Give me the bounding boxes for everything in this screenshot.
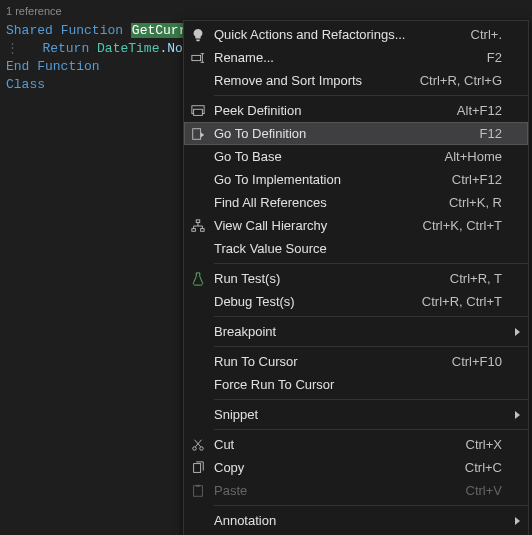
menu-item-label: Annotation: [212, 513, 522, 528]
menu-item-shortcut: Ctrl+R, T: [450, 271, 522, 286]
hierarchy-icon: [184, 214, 212, 237]
menu-item-label: Copy: [212, 460, 465, 475]
svg-rect-8: [192, 228, 196, 231]
menu-item-cut[interactable]: CutCtrl+X: [184, 433, 528, 456]
blank-icon: [184, 403, 212, 426]
svg-rect-0: [192, 55, 201, 60]
blank-icon: [184, 373, 212, 396]
blank-icon: [184, 69, 212, 92]
menu-item-shortcut: Ctrl+K, Ctrl+T: [423, 218, 522, 233]
menu-item-view-call-hierarchy[interactable]: View Call HierarchyCtrl+K, Ctrl+T: [184, 214, 528, 237]
menu-item-peek-definition[interactable]: Peek DefinitionAlt+F12: [184, 99, 528, 122]
cut-icon: [184, 433, 212, 456]
menu-separator: [214, 399, 528, 400]
menu-item-track-value-source[interactable]: Track Value Source: [184, 237, 528, 260]
menu-item-label: Run To Cursor: [212, 354, 452, 369]
svg-point-11: [200, 446, 204, 450]
menu-item-shortcut: Ctrl+V: [466, 483, 522, 498]
blank-icon: [184, 290, 212, 313]
paste-icon: [184, 479, 212, 502]
menu-item-label: Run Test(s): [212, 271, 450, 286]
submenu-arrow-icon: [515, 328, 520, 336]
menu-item-label: Cut: [212, 437, 466, 452]
menu-item-shortcut: Ctrl+F10: [452, 354, 522, 369]
menu-item-debug-test-s[interactable]: Debug Test(s)Ctrl+R, Ctrl+T: [184, 290, 528, 313]
menu-item-shortcut: Ctrl+.: [471, 27, 522, 42]
menu-item-go-to-base[interactable]: Go To BaseAlt+Home: [184, 145, 528, 168]
menu-item-label: Snippet: [212, 407, 522, 422]
menu-item-shortcut: F12: [480, 126, 522, 141]
menu-separator: [214, 429, 528, 430]
menu-item-shortcut: F2: [487, 50, 522, 65]
menu-item-label: Go To Implementation: [212, 172, 452, 187]
menu-item-label: Find All References: [212, 195, 449, 210]
blank-icon: [184, 168, 212, 191]
svg-rect-9: [201, 228, 205, 231]
menu-item-paste: PasteCtrl+V: [184, 479, 528, 502]
flask-icon: [184, 267, 212, 290]
svg-rect-12: [194, 463, 201, 472]
menu-item-label: View Call Hierarchy: [212, 218, 423, 233]
svg-rect-5: [194, 109, 203, 115]
peek-icon: [184, 99, 212, 122]
menu-item-go-to-implementation[interactable]: Go To ImplementationCtrl+F12: [184, 168, 528, 191]
menu-item-shortcut: Ctrl+R, Ctrl+G: [420, 73, 522, 88]
menu-item-label: Paste: [212, 483, 466, 498]
svg-point-10: [193, 446, 197, 450]
svg-rect-6: [193, 128, 201, 139]
codelens-reference[interactable]: 1 reference: [0, 0, 532, 22]
svg-rect-14: [196, 484, 200, 486]
menu-item-label: Go To Definition: [212, 126, 480, 141]
menu-item-shortcut: Ctrl+K, R: [449, 195, 522, 210]
blank-icon: [184, 191, 212, 214]
menu-separator: [214, 316, 528, 317]
menu-separator: [214, 505, 528, 506]
menu-item-shortcut: Ctrl+C: [465, 460, 522, 475]
menu-item-copy[interactable]: CopyCtrl+C: [184, 456, 528, 479]
menu-item-go-to-definition[interactable]: Go To DefinitionF12: [184, 122, 528, 145]
submenu-arrow-icon: [515, 411, 520, 419]
bulb-icon: [184, 23, 212, 46]
menu-item-breakpoint[interactable]: Breakpoint: [184, 320, 528, 343]
menu-item-label: Peek Definition: [212, 103, 457, 118]
menu-item-annotation[interactable]: Annotation: [184, 509, 528, 532]
menu-item-shortcut: Ctrl+F12: [452, 172, 522, 187]
menu-item-run-to-cursor[interactable]: Run To CursorCtrl+F10: [184, 350, 528, 373]
svg-rect-7: [196, 219, 200, 222]
menu-item-label: Debug Test(s): [212, 294, 422, 309]
menu-item-force-run-to-cursor[interactable]: Force Run To Cursor: [184, 373, 528, 396]
rename-icon: [184, 46, 212, 69]
blank-icon: [184, 237, 212, 260]
blank-icon: [184, 320, 212, 343]
menu-item-label: Force Run To Cursor: [212, 377, 522, 392]
blank-icon: [184, 145, 212, 168]
menu-item-shortcut: Alt+F12: [457, 103, 522, 118]
menu-item-label: Rename...: [212, 50, 487, 65]
menu-item-find-all-references[interactable]: Find All ReferencesCtrl+K, R: [184, 191, 528, 214]
submenu-arrow-icon: [515, 517, 520, 525]
menu-item-label: Remove and Sort Imports: [212, 73, 420, 88]
menu-item-label: Track Value Source: [212, 241, 522, 256]
context-menu: Quick Actions and Refactorings...Ctrl+.R…: [183, 20, 529, 535]
menu-item-run-test-s[interactable]: Run Test(s)Ctrl+R, T: [184, 267, 528, 290]
blank-icon: [184, 350, 212, 373]
menu-item-shortcut: Ctrl+R, Ctrl+T: [422, 294, 522, 309]
menu-separator: [214, 95, 528, 96]
copy-icon: [184, 456, 212, 479]
menu-item-snippet[interactable]: Snippet: [184, 403, 528, 426]
menu-item-remove-and-sort-imports[interactable]: Remove and Sort ImportsCtrl+R, Ctrl+G: [184, 69, 528, 92]
menu-item-label: Breakpoint: [212, 324, 522, 339]
blank-icon: [184, 509, 212, 532]
menu-item-shortcut: Ctrl+X: [466, 437, 522, 452]
menu-item-label: Quick Actions and Refactorings...: [212, 27, 471, 42]
menu-separator: [214, 346, 528, 347]
goto-icon: [184, 122, 212, 145]
menu-item-rename[interactable]: Rename...F2: [184, 46, 528, 69]
menu-item-label: Go To Base: [212, 149, 445, 164]
menu-item-shortcut: Alt+Home: [445, 149, 522, 164]
menu-separator: [214, 263, 528, 264]
svg-rect-13: [194, 485, 203, 496]
menu-item-quick-actions-and-refactorings[interactable]: Quick Actions and Refactorings...Ctrl+.: [184, 23, 528, 46]
